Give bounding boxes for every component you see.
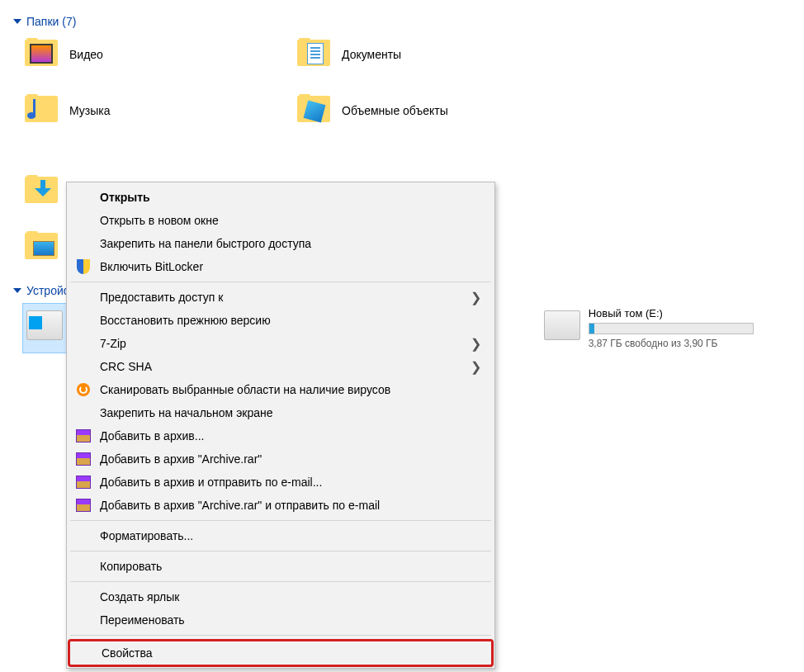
menu-item-label: Свойства — [102, 646, 480, 660]
folder-icon — [25, 175, 61, 208]
blank-icon — [75, 558, 92, 575]
rar-icon — [75, 497, 92, 513]
menu-item[interactable]: Сканировать выбранные области на наличие… — [69, 378, 493, 401]
menu-item-label: 7-Zip — [100, 337, 462, 350]
blank-icon — [75, 589, 92, 605]
menu-item-label: Предоставить доступ к — [100, 291, 462, 304]
menu-item-label: Добавить в архив "Archive.rar" — [100, 452, 481, 466]
rar-icon — [75, 428, 92, 444]
menu-item-highlighted: Свойства — [68, 639, 494, 667]
drive-free-space: 3,87 ГБ свободно из 3,90 ГБ — [589, 338, 787, 349]
blank-icon — [75, 335, 92, 352]
drive-name: Новый том (E:) — [589, 307, 787, 319]
group-header-folders[interactable]: Папки (7) — [13, 15, 791, 28]
context-menu: ОткрытьОткрыть в новом окнеЗакрепить на … — [66, 182, 495, 669]
folder-label: Документы — [342, 48, 401, 61]
menu-item[interactable]: Открыть — [69, 186, 493, 209]
blank-icon — [75, 189, 92, 206]
blank-icon — [75, 528, 92, 544]
menu-item-label: Добавить в архив... — [100, 429, 481, 442]
menu-item[interactable]: Форматировать... — [69, 524, 493, 547]
menu-item-label: Добавить в архив и отправить по e-mail..… — [100, 476, 481, 489]
menu-item[interactable]: Восстановить прежнюю версию — [69, 309, 493, 332]
menu-separator — [70, 581, 491, 582]
rar-icon — [75, 474, 92, 490]
menu-item-label: Переименовать — [100, 613, 481, 627]
folder-icon — [25, 38, 61, 71]
menu-item[interactable]: Открыть в новом окне — [69, 209, 493, 232]
folder-label: Объемные объекты — [342, 104, 448, 117]
folder-icon — [297, 38, 333, 71]
menu-item[interactable]: CRC SHA❯ — [69, 355, 493, 378]
chevron-right-icon: ❯ — [471, 359, 481, 375]
rar-icon — [75, 451, 92, 467]
folder-label: Музыка — [69, 104, 111, 117]
folder-item[interactable]: Объемные объекты — [296, 91, 527, 130]
menu-item-label: Восстановить прежнюю версию — [100, 314, 481, 327]
chevron-right-icon: ❯ — [471, 290, 481, 305]
menu-item-label: Включить BitLocker — [100, 260, 481, 273]
menu-item-label: Открыть в новом окне — [100, 214, 481, 227]
group-label: Папки (7) — [26, 15, 76, 28]
drive-icon — [26, 310, 63, 340]
menu-item[interactable]: Переименовать — [69, 608, 493, 632]
menu-item[interactable]: Добавить в архив "Archive.rar" — [69, 447, 493, 471]
shield-icon — [75, 258, 92, 275]
menu-item-label: Закрепить на панели быстрого доступа — [100, 237, 481, 250]
menu-item[interactable]: Добавить в архив "Archive.rar" и отправи… — [69, 494, 493, 517]
menu-separator — [70, 282, 491, 282]
menu-item-label: CRC SHA — [100, 360, 462, 373]
menu-item[interactable]: Свойства — [70, 641, 491, 665]
folder-item[interactable]: Видео — [23, 35, 254, 74]
chevron-down-icon — [13, 19, 21, 24]
blank-icon — [75, 235, 92, 252]
folder-icon — [25, 231, 61, 264]
menu-item[interactable]: Создать ярлык — [69, 585, 493, 608]
menu-item[interactable]: Добавить в архив и отправить по e-mail..… — [69, 471, 493, 494]
menu-item[interactable]: Копировать — [69, 555, 493, 578]
folder-icon — [297, 94, 333, 127]
menu-item-label: Открыть — [100, 191, 481, 204]
blank-icon — [75, 612, 92, 628]
menu-item[interactable]: 7-Zip❯ — [69, 332, 493, 355]
drive-usage-bar — [589, 323, 754, 334]
chevron-right-icon: ❯ — [471, 336, 481, 352]
chevron-down-icon — [13, 288, 21, 293]
menu-separator — [70, 635, 491, 636]
blank-icon — [75, 289, 92, 305]
folder-label: Видео — [69, 48, 103, 61]
menu-item[interactable]: Добавить в архив... — [69, 424, 493, 447]
menu-item[interactable]: Закрепить на панели быстрого доступа — [69, 232, 493, 255]
menu-item[interactable]: Предоставить доступ к❯ — [69, 286, 493, 309]
orange-icon — [75, 381, 92, 398]
menu-item-label: Закрепить на начальном экране — [100, 406, 481, 419]
menu-item-label: Создать ярлык — [100, 590, 481, 603]
menu-item-label: Добавить в архив "Archive.rar" и отправи… — [100, 499, 481, 512]
blank-icon — [75, 312, 92, 329]
menu-item[interactable]: Закрепить на начальном экране — [69, 401, 493, 424]
menu-separator — [70, 520, 491, 521]
blank-icon — [75, 405, 92, 421]
menu-item-label: Сканировать выбранные области на наличие… — [100, 383, 481, 396]
folder-icon — [25, 94, 61, 127]
drive-item[interactable]: Новый том (E:)3,87 ГБ свободно из 3,90 Г… — [541, 304, 791, 353]
drive-icon — [544, 310, 580, 340]
folder-item[interactable]: Музыка — [23, 91, 254, 130]
menu-item-label: Форматировать... — [100, 529, 481, 542]
blank-icon — [75, 212, 92, 229]
folder-item[interactable]: Документы — [296, 35, 527, 74]
menu-item[interactable]: Включить BitLocker — [69, 255, 493, 278]
menu-item-label: Копировать — [100, 560, 481, 573]
menu-separator — [70, 551, 491, 551]
blank-icon — [77, 645, 93, 661]
blank-icon — [75, 358, 92, 375]
